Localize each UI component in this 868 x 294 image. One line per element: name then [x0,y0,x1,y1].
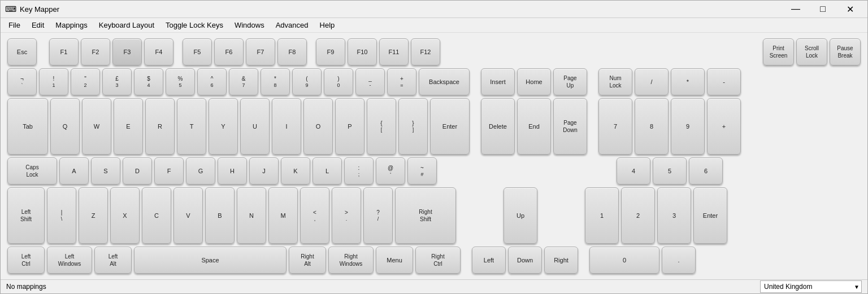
key-numpad-plus[interactable]: + [707,98,741,155]
key-insert[interactable]: Insert [481,68,515,95]
key-o[interactable]: O [303,98,333,155]
key-hash[interactable]: ~# [407,157,437,185]
key-esc[interactable]: Esc [7,38,37,65]
key-numpad-4[interactable]: 4 [617,157,650,185]
key-q[interactable]: Q [50,98,80,155]
key-f4[interactable]: F4 [144,38,173,65]
maximize-button[interactable]: □ [810,1,836,17]
key-right-shift[interactable]: RightShift [395,187,456,244]
minimize-button[interactable]: — [783,1,809,17]
key-y[interactable]: Y [209,98,238,155]
key-home[interactable]: Home [517,68,551,95]
key-f5[interactable]: F5 [183,38,212,65]
key-w[interactable]: W [82,98,111,155]
key-f11[interactable]: F11 [379,38,409,65]
key-e[interactable]: E [114,98,143,155]
key-numpad-star[interactable]: * [671,68,705,95]
key-1[interactable]: !1 [39,68,68,95]
key-numpad-0[interactable]: 0 [589,247,659,274]
key-num-lock[interactable]: NumLock [598,68,632,95]
key-f12[interactable]: F12 [411,38,440,65]
key-enter[interactable]: Enter [430,98,470,155]
key-t[interactable]: T [177,98,206,155]
close-button[interactable]: ✕ [837,1,863,17]
key-5[interactable]: %5 [166,68,195,95]
key-k[interactable]: K [281,157,310,185]
key-slash[interactable]: ?/ [363,187,393,244]
key-numpad-5[interactable]: 5 [653,157,687,185]
key-p[interactable]: P [335,98,364,155]
key-f10[interactable]: F10 [348,38,377,65]
menu-toggle-lock-keys[interactable]: Toggle Lock Keys [160,19,229,31]
key-backslash[interactable]: |\ [47,187,76,244]
key-left-windows[interactable]: LeftWindows [47,247,92,274]
key-f7[interactable]: F7 [246,38,275,65]
key-down-arrow[interactable]: Down [508,247,542,274]
key-left-alt[interactable]: LeftAlt [94,247,132,274]
key-m[interactable]: M [268,187,298,244]
key-numpad-6[interactable]: 6 [689,157,723,185]
menu-advanced[interactable]: Advanced [270,19,314,31]
key-f8[interactable]: F8 [277,38,307,65]
key-left-arrow[interactable]: Left [472,247,506,274]
key-right-ctrl[interactable]: RightCtrl [415,247,461,274]
key-9[interactable]: (9 [292,68,322,95]
menu-keyboard-layout[interactable]: Keyboard Layout [93,19,160,31]
key-f2[interactable]: F2 [81,38,110,65]
key-a[interactable]: A [59,157,89,185]
key-up[interactable]: Up [504,187,537,244]
key-quote[interactable]: @' [376,157,405,185]
key-numpad-enter[interactable]: Enter [693,187,727,244]
menu-file[interactable]: File [3,19,26,31]
key-page-up[interactable]: PageUp [553,68,587,95]
key-left-ctrl[interactable]: LeftCtrl [7,247,45,274]
key-print-screen[interactable]: PrintScreen [763,38,794,65]
key-0[interactable]: )0 [324,68,353,95]
key-f9[interactable]: F9 [316,38,345,65]
key-right-windows[interactable]: RightWindows [328,247,374,274]
key-numpad-dot[interactable]: . [662,247,696,274]
key-j[interactable]: J [249,157,279,185]
key-i[interactable]: I [272,98,301,155]
key-z[interactable]: Z [79,187,108,244]
key-f6[interactable]: F6 [214,38,244,65]
key-page-down[interactable]: PageDown [553,98,587,155]
key-period[interactable]: >. [332,187,361,244]
key-numpad-8[interactable]: 8 [635,98,669,155]
key-u[interactable]: U [240,98,270,155]
key-d[interactable]: D [123,157,152,185]
key-f1[interactable]: F1 [49,38,79,65]
key-f[interactable]: F [154,157,184,185]
menu-help[interactable]: Help [314,19,341,31]
key-left-shift[interactable]: LeftShift [7,187,45,244]
key-b[interactable]: B [205,187,235,244]
menu-edit[interactable]: Edit [26,19,50,31]
key-delete[interactable]: Delete [481,98,515,155]
key-numpad-slash[interactable]: / [635,68,669,95]
key-3[interactable]: £3 [102,68,132,95]
key-numpad-2[interactable]: 2 [621,187,655,244]
key-4[interactable]: $4 [134,68,163,95]
key-v[interactable]: V [173,187,203,244]
key-right-alt[interactable]: RightAlt [289,247,326,274]
key-2[interactable]: "2 [71,68,100,95]
key-end[interactable]: End [517,98,551,155]
menu-windows[interactable]: Windows [229,19,270,31]
key-numpad-1[interactable]: 1 [585,187,619,244]
key-pause-break[interactable]: PauseBreak [830,38,861,65]
key-tab[interactable]: Tab [7,98,48,155]
key-8[interactable]: *8 [261,68,290,95]
key-f3[interactable]: F3 [112,38,142,65]
key-equals[interactable]: += [387,68,416,95]
key-right-arrow[interactable]: Right [544,247,578,274]
key-l[interactable]: L [313,157,342,185]
key-numpad-9[interactable]: 9 [671,98,705,155]
key-n[interactable]: N [237,187,266,244]
key-backspace[interactable]: Backspace [419,68,470,95]
key-comma[interactable]: <, [300,187,329,244]
key-numpad-7[interactable]: 7 [598,98,632,155]
key-numpad-3[interactable]: 3 [657,187,691,244]
key-g[interactable]: G [186,157,215,185]
key-space[interactable]: Space [134,247,287,274]
key-s[interactable]: S [91,157,120,185]
